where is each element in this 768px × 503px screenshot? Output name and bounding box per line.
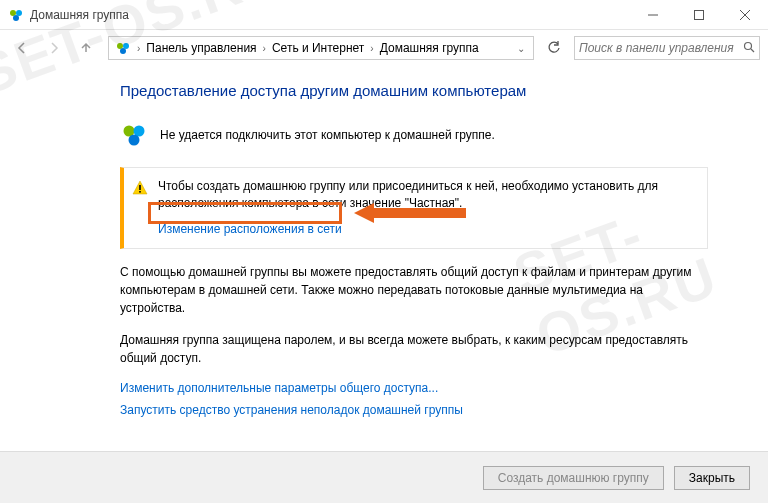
forward-button[interactable] <box>40 34 68 62</box>
svg-point-7 <box>117 43 123 49</box>
alert-box: Чтобы создать домашнюю группу или присое… <box>120 167 708 249</box>
close-button[interactable] <box>722 0 768 30</box>
svg-point-14 <box>129 135 140 146</box>
chevron-right-icon[interactable]: › <box>261 43 268 54</box>
search-box[interactable] <box>574 36 760 60</box>
svg-point-0 <box>10 10 16 16</box>
window-title: Домашняя группа <box>30 8 129 22</box>
maximize-button[interactable] <box>676 0 722 30</box>
description-paragraph: Домашняя группа защищена паролем, и вы в… <box>120 331 708 367</box>
alert-text: Чтобы создать домашнюю группу или присое… <box>158 178 695 213</box>
svg-line-11 <box>751 49 754 52</box>
svg-point-2 <box>13 15 19 21</box>
alert-body: Чтобы создать домашнюю группу или присое… <box>158 178 695 238</box>
svg-rect-4 <box>695 10 704 19</box>
description-paragraph: С помощью домашней группы вы можете пред… <box>120 263 708 317</box>
search-icon[interactable] <box>743 41 755 56</box>
chevron-right-icon[interactable]: › <box>368 43 375 54</box>
content-area: Предоставление доступа другим домашним к… <box>0 66 768 417</box>
create-homegroup-button[interactable]: Создать домашнюю группу <box>483 466 664 490</box>
chevron-down-icon[interactable]: ⌄ <box>511 43 531 54</box>
breadcrumb-item[interactable]: Панель управления <box>142 41 260 55</box>
breadcrumb-label: Домашняя группа <box>380 41 479 55</box>
close-dialog-button[interactable]: Закрыть <box>674 466 750 490</box>
status-text: Не удается подключить этот компьютер к д… <box>160 128 495 142</box>
titlebar: Домашняя группа <box>0 0 768 30</box>
homegroup-icon <box>120 121 148 149</box>
status-row: Не удается подключить этот компьютер к д… <box>120 121 708 149</box>
advanced-sharing-link[interactable]: Изменить дополнительные параметры общего… <box>120 381 708 395</box>
search-input[interactable] <box>579 41 743 55</box>
homegroup-icon <box>8 7 24 23</box>
svg-rect-15 <box>139 185 141 190</box>
warning-icon <box>132 180 148 196</box>
svg-point-9 <box>120 48 126 54</box>
svg-point-1 <box>16 10 22 16</box>
back-button[interactable] <box>8 34 36 62</box>
breadcrumb-label: Сеть и Интернет <box>272 41 364 55</box>
navbar: › Панель управления › Сеть и Интернет › … <box>0 30 768 66</box>
change-network-location-link[interactable]: Изменение расположения в сети <box>158 221 342 238</box>
refresh-button[interactable] <box>542 36 566 60</box>
svg-point-8 <box>123 43 129 49</box>
breadcrumb-item[interactable]: Домашняя группа <box>376 41 483 55</box>
breadcrumb-label: Панель управления <box>146 41 256 55</box>
up-button[interactable] <box>72 34 100 62</box>
svg-point-10 <box>745 42 752 49</box>
minimize-button[interactable] <box>630 0 676 30</box>
svg-rect-16 <box>139 191 141 193</box>
footer: Создать домашнюю группу Закрыть <box>0 451 768 503</box>
chevron-right-icon[interactable]: › <box>135 43 142 54</box>
breadcrumb-item[interactable]: Сеть и Интернет <box>268 41 368 55</box>
homegroup-icon <box>115 40 131 56</box>
troubleshooter-link[interactable]: Запустить средство устранения неполадок … <box>120 403 708 417</box>
breadcrumb[interactable]: › Панель управления › Сеть и Интернет › … <box>108 36 534 60</box>
page-heading: Предоставление доступа другим домашним к… <box>120 82 708 99</box>
